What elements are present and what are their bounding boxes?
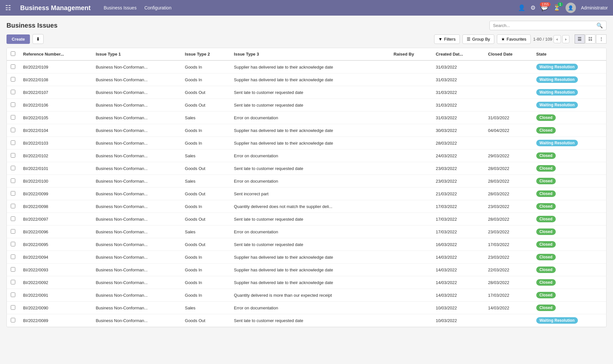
- row-checkbox[interactable]: [11, 64, 15, 69]
- table-header-row: Reference Number... Issue Type 1 Issue T…: [7, 48, 606, 60]
- nav-right: 👤 ⚙ 💬 1355 ⏳ 1 👤 Administrator: [518, 3, 608, 13]
- row-checkbox[interactable]: [11, 280, 15, 284]
- table-row[interactable]: BI/2022/0101 Business Non-Conforman... G…: [7, 162, 606, 175]
- col-raised-by[interactable]: Raised By: [390, 48, 432, 60]
- row-checkbox[interactable]: [11, 305, 15, 310]
- row-checkbox[interactable]: [11, 204, 15, 208]
- row-checkbox[interactable]: [11, 178, 15, 183]
- col-type3[interactable]: Issue Type 3: [230, 48, 390, 60]
- cell-ref: BI/2022/0106: [19, 99, 92, 111]
- table-row[interactable]: BI/2022/0094 Business Non-Conforman... G…: [7, 251, 606, 264]
- cell-ref: BI/2022/0109: [19, 60, 92, 73]
- cell-type1: Business Non-Conforman...: [92, 60, 181, 73]
- cell-closed: 28/03/2022: [484, 276, 532, 289]
- col-ref[interactable]: Reference Number...: [19, 48, 92, 60]
- cell-type1: Business Non-Conforman...: [92, 314, 181, 327]
- cell-state: Closed: [532, 251, 606, 264]
- cell-ref: BI/2022/0107: [19, 86, 92, 99]
- table-row[interactable]: BI/2022/0096 Business Non-Conforman... S…: [7, 226, 606, 238]
- cell-type3: Quantity delivered does not match the su…: [230, 200, 390, 213]
- cell-type3: Sent late to customer requested date: [230, 314, 390, 327]
- row-checkbox[interactable]: [11, 128, 15, 132]
- state-badge: Closed: [536, 178, 556, 184]
- search-input[interactable]: [493, 23, 596, 28]
- cell-raised-by: [390, 200, 432, 213]
- apps-icon[interactable]: ☷: [5, 4, 11, 12]
- nav-business-issues[interactable]: Business Issues: [104, 4, 137, 12]
- cell-state: Closed: [532, 289, 606, 302]
- row-checkbox[interactable]: [11, 292, 15, 297]
- create-button[interactable]: Create: [7, 34, 30, 44]
- cell-raised-by: [390, 213, 432, 226]
- row-checkbox[interactable]: [11, 102, 15, 107]
- cell-type1: Business Non-Conforman...: [92, 124, 181, 137]
- cell-type3: Supplier has delivered late to their ack…: [230, 251, 390, 264]
- table-row[interactable]: BI/2022/0108 Business Non-Conforman... G…: [7, 73, 606, 86]
- table-row[interactable]: BI/2022/0092 Business Non-Conforman... G…: [7, 276, 606, 289]
- table-row[interactable]: BI/2022/0106 Business Non-Conforman... G…: [7, 99, 606, 111]
- row-checkbox[interactable]: [11, 318, 15, 322]
- row-checkbox[interactable]: [11, 254, 15, 259]
- table-row[interactable]: BI/2022/0095 Business Non-Conforman... G…: [7, 238, 606, 251]
- col-type2[interactable]: Issue Type 2: [181, 48, 230, 60]
- row-checkbox[interactable]: [11, 242, 15, 246]
- settings-icon[interactable]: ⚙: [530, 4, 536, 11]
- table-row[interactable]: BI/2022/0104 Business Non-Conforman... G…: [7, 124, 606, 137]
- chat-icon[interactable]: 💬 1355: [541, 4, 548, 11]
- users-icon[interactable]: 👤: [518, 4, 525, 11]
- list-view-button[interactable]: ☰: [575, 34, 585, 44]
- table-view-button[interactable]: ⋮: [596, 34, 606, 44]
- select-all-header[interactable]: [7, 48, 19, 60]
- nav-configuration[interactable]: Configuration: [144, 4, 171, 12]
- filters-button[interactable]: ▼ Filters: [434, 34, 460, 44]
- cell-raised-by: [390, 162, 432, 175]
- row-checkbox[interactable]: [11, 77, 15, 82]
- col-closed[interactable]: Closed Date: [484, 48, 532, 60]
- favourites-button[interactable]: ★ Favourites: [497, 34, 531, 44]
- cell-state: Closed: [532, 124, 606, 137]
- row-checkbox[interactable]: [11, 229, 15, 234]
- grid-view-button[interactable]: ☷: [585, 34, 595, 44]
- table-row[interactable]: BI/2022/0100 Business Non-Conforman... S…: [7, 175, 606, 188]
- cell-type3: Error on documentation: [230, 150, 390, 162]
- next-page-button[interactable]: ›: [562, 35, 569, 43]
- cell-raised-by: [390, 264, 432, 276]
- table-row[interactable]: BI/2022/0091 Business Non-Conforman... G…: [7, 289, 606, 302]
- row-checkbox[interactable]: [11, 90, 15, 94]
- prev-page-button[interactable]: ‹: [553, 35, 561, 43]
- activity-icon[interactable]: ⏳ 1: [553, 4, 560, 11]
- cell-created: 31/03/2022: [432, 86, 484, 99]
- table-row[interactable]: BI/2022/0089 Business Non-Conforman... G…: [7, 314, 606, 327]
- col-created[interactable]: Created Dat...: [432, 48, 484, 60]
- row-checkbox-cell: [7, 213, 19, 226]
- row-checkbox[interactable]: [11, 115, 15, 120]
- cell-type1: Business Non-Conforman...: [92, 264, 181, 276]
- table-row[interactable]: BI/2022/0098 Business Non-Conforman... G…: [7, 200, 606, 213]
- row-checkbox[interactable]: [11, 153, 15, 158]
- col-state[interactable]: State: [532, 48, 606, 60]
- table-row[interactable]: BI/2022/0103 Business Non-Conforman... G…: [7, 137, 606, 150]
- groupby-button[interactable]: ☰ Group By: [462, 34, 494, 44]
- cell-type3: Error on documentation: [230, 111, 390, 124]
- row-checkbox[interactable]: [11, 191, 15, 196]
- cell-type3: Supplier has delivered late to their ack…: [230, 264, 390, 276]
- row-checkbox[interactable]: [11, 166, 15, 170]
- filter-icon: ▼: [438, 37, 443, 42]
- table-row[interactable]: BI/2022/0099 Business Non-Conforman... G…: [7, 188, 606, 200]
- select-all-checkbox[interactable]: [11, 51, 15, 56]
- row-checkbox[interactable]: [11, 267, 15, 272]
- row-checkbox[interactable]: [11, 216, 15, 221]
- table-row[interactable]: BI/2022/0107 Business Non-Conforman... G…: [7, 86, 606, 99]
- table-row[interactable]: BI/2022/0105 Business Non-Conforman... S…: [7, 111, 606, 124]
- cell-state: Closed: [532, 111, 606, 124]
- cell-state: Closed: [532, 276, 606, 289]
- table-row[interactable]: BI/2022/0102 Business Non-Conforman... S…: [7, 150, 606, 162]
- table-row[interactable]: BI/2022/0093 Business Non-Conforman... G…: [7, 264, 606, 276]
- col-type1[interactable]: Issue Type 1: [92, 48, 181, 60]
- table-row[interactable]: BI/2022/0109 Business Non-Conforman... G…: [7, 60, 606, 73]
- row-checkbox[interactable]: [11, 140, 15, 145]
- table-row[interactable]: BI/2022/0097 Business Non-Conforman... G…: [7, 213, 606, 226]
- download-button[interactable]: ⬇: [33, 34, 44, 44]
- page-header: Business Issues 🔍: [7, 21, 606, 30]
- table-row[interactable]: BI/2022/0090 Business Non-Conforman... S…: [7, 302, 606, 314]
